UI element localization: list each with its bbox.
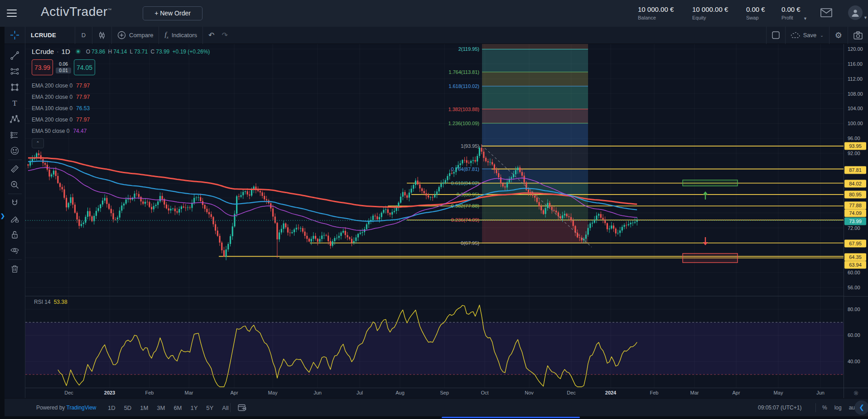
svg-text:0.764(87.81): 0.764(87.81) [451,166,479,172]
tradingview-link[interactable]: TradingView [67,404,96,411]
shapes-tool[interactable] [7,79,23,95]
fib-retracement-tool[interactable] [7,63,23,79]
price-tick: 116.00 [848,61,863,67]
range-button-5y[interactable]: 5Y [206,404,213,411]
top-bar: ActivTrader™ + New Order 10 000.00 €Bala… [0,0,868,27]
time-axis[interactable]: Dec2023FebMarAprMayJunJulAugSepOctNovDec… [25,388,844,398]
time-tick: Nov [525,390,534,395]
chart-style-button[interactable] [92,27,112,44]
chart-area[interactable]: 0(67.95)0.236(74.09)0.382(77.88)0.5(80.9… [25,44,844,398]
hide-drawings-tool[interactable] [7,243,23,258]
log-scale-toggle[interactable]: log [834,404,842,411]
save-dropdown-icon[interactable]: ⌄ [820,33,824,38]
session-clock[interactable]: 09:05:07 (UTC+1) [758,404,801,411]
time-tick: Feb [650,390,659,395]
forecast-tool[interactable] [7,127,23,143]
range-button-1d[interactable]: 1D [108,404,116,411]
price-tick: 60.00 [848,270,860,275]
price-tick: 60.00 [848,332,860,338]
annotation-box[interactable] [683,253,738,263]
range-button-all[interactable]: All [222,404,228,411]
undo-icon[interactable]: ↶ [208,31,214,39]
collapse-legend-button[interactable]: ⌃ [32,138,44,148]
drawing-mode-lock-tool[interactable] [7,211,23,227]
sell-button[interactable]: 73.99 [32,59,53,75]
chart-legend: LCrude·1D O73.86 H74.14 L73.71 C73.99 +0… [32,48,211,148]
ema-legend-row[interactable]: EMA 50 close 074.47 [32,125,211,136]
chart-toolbar: LCRUDE D Compare fx Indicators ↶ ↷ [5,27,868,44]
symbol-button[interactable]: LCRUDE [25,27,75,44]
range-button-1y[interactable]: 1Y [190,404,198,411]
time-tick: Oct [481,390,488,395]
price-tick: 40.00 [848,359,860,364]
ema-legend-row[interactable]: EMA 100 close 076.53 [32,102,211,114]
time-tick: May [774,390,783,395]
mail-icon[interactable] [820,8,832,18]
time-tick: Apr [732,390,740,395]
range-button-6m[interactable]: 6M [174,404,182,411]
time-tick: Dec [567,390,576,395]
app-logo: ActivTrader™ [41,5,112,19]
screenshot-button[interactable] [848,27,868,44]
time-tick: Jul [357,390,363,395]
magnet-tool[interactable] [7,195,23,211]
price-tick: 72.00 [848,225,860,231]
price-label-badge: 93.95 [844,142,866,150]
time-tick: May [268,390,278,395]
indicators-button[interactable]: fx Indicators [159,27,203,44]
svg-text:1.382(103.88): 1.382(103.88) [448,107,480,112]
crosshair-tool-button[interactable] [5,27,25,44]
new-order-button[interactable]: + New Order [143,6,203,20]
save-layout-button[interactable]: Save ⌄ [785,27,829,44]
price-tick: 112.00 [848,76,863,82]
pane-separator[interactable] [844,296,868,297]
avatar-dropdown-icon[interactable]: ▼ [863,15,868,20]
go-to-date-icon[interactable] [238,404,246,413]
annotation-box[interactable] [683,180,738,186]
compare-button[interactable]: Compare [112,27,159,44]
buy-button[interactable]: 74.05 [74,59,95,75]
layout-panel-button[interactable] [766,27,785,44]
symbol-legend-row[interactable]: LCrude·1D O73.86 H74.14 L73.71 C73.99 +0… [32,48,211,55]
price-axis[interactable]: 120.00116.00112.00108.00104.00100.0096.0… [844,44,868,398]
chart-settings-button[interactable]: ⚙ [829,27,848,44]
profit-dropdown-icon[interactable]: ▼ [803,16,807,21]
axis-settings-icon[interactable]: ☼ [844,388,868,398]
menu-icon[interactable] [7,10,17,17]
xabcd-pattern-tool[interactable] [7,111,23,127]
interval-button[interactable]: D [75,27,92,44]
account-stat-swap: 0.00 €Swap [746,5,765,20]
sidebar-divider [8,194,22,194]
rsi-legend-row[interactable]: RSI 1453.38 [34,299,68,305]
time-tick: Dec [64,390,73,395]
range-button-3m[interactable]: 3M [157,404,165,411]
lock-drawings-tool[interactable] [7,227,23,243]
expand-panel-icon[interactable]: ❯ [0,213,5,219]
time-tick: Jun [313,390,322,395]
range-button-5d[interactable]: 5D [124,404,132,411]
percent-scale-toggle[interactable]: % [822,404,827,411]
trend-line-tool[interactable] [7,48,23,63]
measure-tool[interactable] [7,161,23,177]
account-stat-equity: 10 000.00 €Equity [692,5,728,20]
collapse-bottom-panel-button[interactable]: ❮ [854,400,868,415]
account-stat-profit: 0.00 €Profit [781,5,800,20]
text-tool[interactable]: T [7,95,23,111]
horizontal-scrollbar[interactable] [442,417,580,418]
zoom-in-tool[interactable] [7,177,23,193]
remove-drawings-tool[interactable] [7,261,23,277]
rsi-pane[interactable] [25,305,844,387]
time-tick: Aug [395,390,405,395]
ema-legend-row[interactable]: EMA 200 close 077.97 [32,114,211,125]
time-tick: Mar [690,390,699,395]
footer-divider [815,403,816,412]
market-status-dot[interactable] [76,49,81,54]
range-button-1m[interactable]: 1M [140,404,148,411]
emoji-tool[interactable] [7,143,23,159]
redo-icon[interactable]: ↷ [222,31,227,39]
avatar[interactable] [848,5,863,20]
ema-legend-row[interactable]: EMA 200 close 077.97 [32,91,211,102]
price-label-badge: 73.99 [844,218,866,225]
ema-legend-row[interactable]: EMA 200 close 077.97 [32,80,211,91]
down-arrow-annotation[interactable] [703,237,708,245]
